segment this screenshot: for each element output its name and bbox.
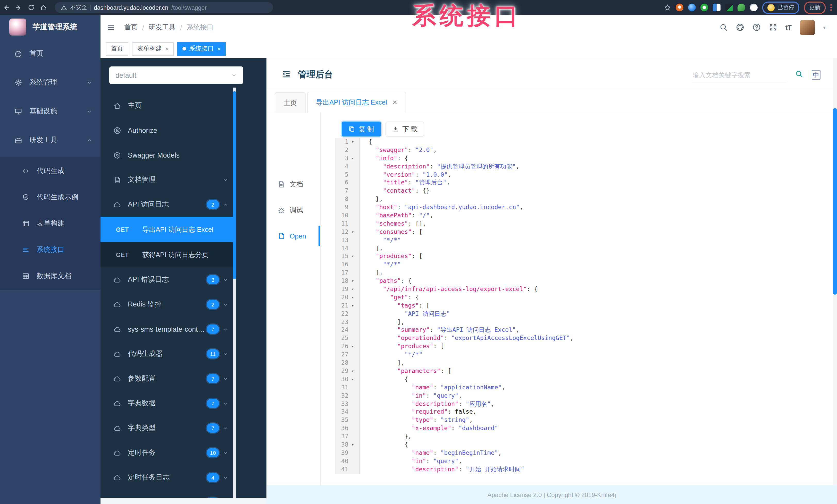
code-text: ], — [360, 359, 405, 367]
user-avatar[interactable] — [800, 20, 815, 35]
api-menu-item-10[interactable]: 字典数据7 — [101, 391, 233, 416]
fold-arrow-icon[interactable]: ▾ — [351, 277, 360, 285]
api-menu-item-4[interactable]: API 访问日志2 — [101, 192, 233, 217]
font-size-icon[interactable]: tT — [785, 23, 791, 31]
home-icon[interactable] — [37, 1, 50, 14]
fold-arrow-icon[interactable]: ▾ — [351, 367, 360, 375]
update-button[interactable]: 更新 — [804, 1, 826, 14]
breadcrumb-item[interactable]: 研发工具 — [149, 23, 176, 32]
browser-menu-icon[interactable] — [830, 4, 832, 11]
fullscreen-icon[interactable] — [769, 23, 777, 32]
bookmark-star-icon[interactable] — [664, 4, 671, 11]
breadcrumb-item[interactable]: 首页 — [124, 23, 138, 32]
tag-0[interactable]: 首页 — [106, 42, 128, 55]
download-button[interactable]: 下 载 — [385, 122, 424, 136]
sidebar-subitem-4[interactable]: 数据库文档 — [0, 263, 101, 289]
doc-tab-0[interactable]: 主页 — [275, 92, 306, 113]
copy-button[interactable]: 复 制 — [342, 122, 380, 136]
api-group-select[interactable]: default — [109, 67, 243, 84]
paw-extension-icon[interactable] — [750, 4, 758, 11]
collapse-menu-icon[interactable] — [282, 70, 291, 78]
back-icon[interactable] — [0, 1, 12, 14]
sidebar-item-2[interactable]: 基础设施 — [0, 97, 101, 126]
tag-1[interactable]: 表单构建× — [132, 42, 174, 55]
tag-2[interactable]: 系统接口× — [177, 42, 226, 55]
api-menu-item-1[interactable]: Authorize — [101, 118, 233, 143]
orange-extension-icon[interactable] — [676, 4, 683, 11]
sidebar-item-3[interactable]: 研发工具 — [0, 126, 101, 154]
line-number: 5 — [335, 171, 351, 179]
fold-arrow-icon[interactable]: ▾ — [351, 294, 360, 302]
fold-arrow-icon[interactable]: ▾ — [351, 154, 360, 163]
api-menu-item-2[interactable]: Swagger Models — [101, 143, 233, 167]
sidebar-item-1[interactable]: 系统管理 — [0, 68, 101, 97]
reload-icon[interactable] — [25, 1, 37, 14]
github-icon[interactable] — [736, 23, 744, 32]
fold-arrow-icon[interactable]: ▾ — [351, 253, 360, 261]
hamburger-icon[interactable] — [107, 23, 115, 32]
sidebar-subitem-1[interactable]: 代码生成示例 — [0, 184, 101, 210]
api-menu-item-13[interactable]: 定时任务日志4 — [101, 465, 233, 490]
search-icon[interactable] — [719, 23, 728, 32]
fold-arrow-icon[interactable]: ▾ — [351, 375, 360, 384]
close-icon[interactable]: ✕ — [392, 99, 397, 106]
green-circle-extension-icon[interactable] — [700, 4, 708, 11]
api-endpoint-1[interactable]: GET获得API 访问日志分页 — [101, 242, 233, 267]
api-menu-item-11[interactable]: 字典类型7 — [101, 416, 233, 441]
api-menu-item-3[interactable]: 文档管理 — [101, 167, 233, 192]
sidebar-scrollbar-thumb[interactable] — [233, 91, 236, 279]
api-menu-item-7[interactable]: sys-sms-template-controller7 — [101, 317, 233, 341]
sidebar-subitem-3[interactable]: 系统接口 — [0, 237, 101, 263]
code-line: 28 ], — [335, 359, 831, 367]
chevron-down-icon[interactable]: ▾ — [823, 24, 826, 30]
doc-nav-文档[interactable]: 文档 — [266, 175, 332, 194]
gm-extension-icon[interactable] — [725, 4, 733, 11]
sidebar-item-0[interactable]: 首页 — [0, 39, 101, 68]
code-line: 3▾ "info": { — [335, 154, 831, 163]
close-icon[interactable]: × — [165, 45, 168, 52]
url-host[interactable]: dashboard.yudao.iocoder.cn — [94, 4, 168, 11]
page-scrollbar-thumb[interactable] — [833, 108, 837, 295]
home-icon — [113, 102, 121, 109]
search-icon[interactable] — [795, 70, 803, 78]
sidebar-subitem-0[interactable]: 代码生成 — [0, 157, 101, 184]
fold-arrow-icon[interactable]: ▾ — [351, 343, 360, 351]
leaf-extension-icon[interactable] — [737, 4, 745, 11]
app-sidebar: 芋道管理系统 首页系统管理基础设施研发工具 代码生成代码生成示例表单构建系统接口… — [0, 15, 101, 504]
api-menu-item-14[interactable]: 岗位 — [101, 490, 233, 498]
fold-arrow-icon[interactable]: ▾ — [351, 138, 360, 146]
doc-nav-调试[interactable]: 调试 — [266, 201, 332, 220]
doc-search-input[interactable] — [692, 71, 786, 82]
language-toggle[interactable]: 中 — [812, 70, 820, 80]
address-bar[interactable]: 不安全 dashboard.yudao.iocoder.cn/tool/swag… — [55, 2, 273, 13]
doc-nav-Open[interactable]: Open — [266, 227, 332, 245]
sidebar-subitem-2[interactable]: 表单构建 — [0, 210, 101, 237]
swagger-json-editor[interactable]: 1▾{2 "swagger": "2.0",3▾ "info": {4 "des… — [335, 138, 831, 485]
tag-view-bar: 首页表单构建×系统接口× — [101, 40, 837, 58]
count-badge: 10 — [207, 448, 219, 458]
api-menu-item-0[interactable]: 主页 — [101, 93, 233, 118]
warning-icon[interactable] — [61, 4, 67, 11]
api-menu-item-9[interactable]: 参数配置7 — [101, 366, 233, 391]
doc-tab-1[interactable]: 导出API 访问日志 Excel✕ — [307, 92, 406, 113]
fold-arrow-icon[interactable]: ▾ — [351, 441, 360, 449]
fold-arrow-icon[interactable]: ▾ — [351, 302, 360, 310]
api-menu-item-5[interactable]: API 错误日志3 — [101, 267, 233, 292]
app-logo[interactable]: 芋道管理系统 — [0, 15, 101, 39]
fold-arrow-icon[interactable]: ▾ — [351, 285, 360, 294]
api-menu-item-8[interactable]: 代码生成器11 — [101, 341, 233, 366]
code-text: "host": "api-dashboard.yudao.iocoder.cn"… — [360, 203, 523, 212]
copy-label: 复 制 — [359, 125, 374, 134]
api-endpoint-0[interactable]: GET导出API 访问日志 Excel — [101, 217, 233, 242]
api-menu-item-12[interactable]: 定时任务10 — [101, 441, 233, 465]
code-text: "produces": [ — [360, 253, 422, 261]
api-menu-item-6[interactable]: Redis 监控2 — [101, 292, 233, 317]
grid-extension-icon[interactable] — [713, 4, 720, 11]
question-icon[interactable] — [752, 23, 761, 32]
blue-drop-extension-icon[interactable] — [688, 4, 696, 11]
profile-chip[interactable]: 已暂停 — [762, 1, 799, 14]
forward-icon[interactable] — [12, 1, 25, 14]
security-label[interactable]: 不安全 — [70, 4, 87, 11]
fold-arrow-icon[interactable]: ▾ — [351, 228, 360, 237]
close-icon[interactable]: × — [217, 45, 220, 52]
